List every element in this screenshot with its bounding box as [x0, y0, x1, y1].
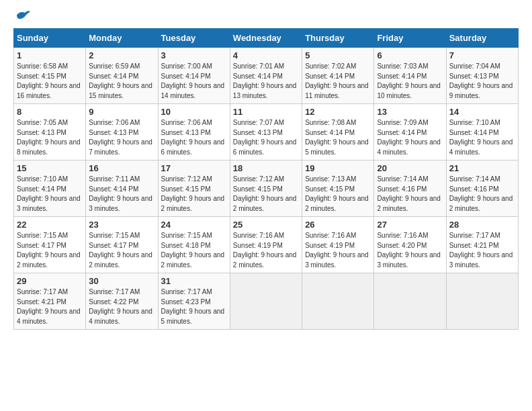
- day-number: 30: [89, 276, 154, 286]
- day-cell: [230, 273, 302, 330]
- day-number: 4: [233, 50, 299, 60]
- day-number: 27: [377, 220, 443, 230]
- day-cell: 7 Sunrise: 7:04 AMSunset: 4:13 PMDayligh…: [446, 48, 518, 104]
- day-info: Sunrise: 7:06 AMSunset: 4:13 PMDaylight:…: [161, 119, 225, 156]
- day-number: 22: [17, 220, 83, 230]
- day-cell: 18 Sunrise: 7:12 AMSunset: 4:15 PMDaylig…: [230, 161, 302, 217]
- day-info: Sunrise: 7:02 AMSunset: 4:14 PMDaylight:…: [305, 62, 369, 99]
- week-row-4: 22 Sunrise: 7:15 AMSunset: 4:17 PMDaylig…: [14, 217, 519, 273]
- column-header-tuesday: Tuesday: [158, 29, 230, 48]
- day-number: 5: [305, 50, 371, 60]
- day-number: 28: [449, 220, 515, 230]
- column-header-monday: Monday: [86, 29, 158, 48]
- day-info: Sunrise: 7:14 AMSunset: 4:16 PMDaylight:…: [377, 175, 441, 212]
- week-row-5: 29 Sunrise: 7:17 AMSunset: 4:21 PMDaylig…: [14, 273, 519, 330]
- day-cell: 23 Sunrise: 7:15 AMSunset: 4:17 PMDaylig…: [86, 217, 158, 273]
- day-cell: 25 Sunrise: 7:16 AMSunset: 4:19 PMDaylig…: [230, 217, 302, 273]
- day-number: 21: [449, 163, 515, 173]
- day-cell: 12 Sunrise: 7:08 AMSunset: 4:14 PMDaylig…: [302, 104, 374, 161]
- day-number: 6: [377, 50, 443, 60]
- day-info: Sunrise: 7:17 AMSunset: 4:21 PMDaylight:…: [17, 288, 81, 325]
- day-number: 2: [89, 50, 154, 60]
- day-cell: 29 Sunrise: 7:17 AMSunset: 4:21 PMDaylig…: [14, 273, 86, 330]
- day-cell: 6 Sunrise: 7:03 AMSunset: 4:14 PMDayligh…: [374, 48, 446, 104]
- calendar-header-row: SundayMondayTuesdayWednesdayThursdayFrid…: [14, 29, 519, 48]
- day-info: Sunrise: 7:17 AMSunset: 4:21 PMDaylight:…: [449, 232, 513, 269]
- day-info: Sunrise: 7:00 AMSunset: 4:14 PMDaylight:…: [161, 62, 225, 99]
- day-cell: 19 Sunrise: 7:13 AMSunset: 4:15 PMDaylig…: [302, 161, 374, 217]
- column-header-friday: Friday: [374, 29, 446, 48]
- day-number: 26: [305, 220, 371, 230]
- day-cell: [374, 273, 446, 330]
- day-number: 18: [233, 163, 299, 173]
- day-info: Sunrise: 7:14 AMSunset: 4:16 PMDaylight:…: [449, 175, 513, 212]
- logo: [13, 12, 30, 21]
- day-number: 31: [161, 276, 227, 286]
- day-info: Sunrise: 7:16 AMSunset: 4:19 PMDaylight:…: [233, 232, 297, 269]
- day-cell: 30 Sunrise: 7:17 AMSunset: 4:22 PMDaylig…: [86, 273, 158, 330]
- day-cell: 16 Sunrise: 7:11 AMSunset: 4:14 PMDaylig…: [86, 161, 158, 217]
- day-cell: 15 Sunrise: 7:10 AMSunset: 4:14 PMDaylig…: [14, 161, 86, 217]
- day-info: Sunrise: 7:15 AMSunset: 4:18 PMDaylight:…: [161, 232, 225, 269]
- day-info: Sunrise: 7:05 AMSunset: 4:13 PMDaylight:…: [17, 119, 81, 156]
- day-info: Sunrise: 7:10 AMSunset: 4:14 PMDaylight:…: [17, 175, 81, 212]
- day-cell: 2 Sunrise: 6:59 AMSunset: 4:14 PMDayligh…: [86, 48, 158, 104]
- day-number: 10: [161, 107, 227, 117]
- day-cell: 10 Sunrise: 7:06 AMSunset: 4:13 PMDaylig…: [158, 104, 230, 161]
- day-cell: 11 Sunrise: 7:07 AMSunset: 4:13 PMDaylig…: [230, 104, 302, 161]
- day-cell: 28 Sunrise: 7:17 AMSunset: 4:21 PMDaylig…: [446, 217, 518, 273]
- day-info: Sunrise: 7:09 AMSunset: 4:14 PMDaylight:…: [377, 119, 441, 156]
- day-number: 24: [161, 220, 227, 230]
- day-number: 19: [305, 163, 371, 173]
- calendar-table: SundayMondayTuesdayWednesdayThursdayFrid…: [13, 28, 519, 330]
- day-number: 25: [233, 220, 299, 230]
- logo-bird-icon: [15, 9, 30, 21]
- day-info: Sunrise: 7:06 AMSunset: 4:13 PMDaylight:…: [89, 119, 152, 156]
- day-cell: 17 Sunrise: 7:12 AMSunset: 4:15 PMDaylig…: [158, 161, 230, 217]
- column-header-wednesday: Wednesday: [230, 29, 302, 48]
- day-cell: 27 Sunrise: 7:16 AMSunset: 4:20 PMDaylig…: [374, 217, 446, 273]
- day-cell: 3 Sunrise: 7:00 AMSunset: 4:14 PMDayligh…: [158, 48, 230, 104]
- day-number: 14: [449, 107, 515, 117]
- day-info: Sunrise: 7:03 AMSunset: 4:14 PMDaylight:…: [377, 62, 441, 99]
- day-info: Sunrise: 6:58 AMSunset: 4:15 PMDaylight:…: [17, 62, 81, 99]
- day-number: 15: [17, 163, 83, 173]
- day-number: 1: [17, 50, 83, 60]
- day-info: Sunrise: 7:13 AMSunset: 4:15 PMDaylight:…: [305, 175, 369, 212]
- week-row-1: 1 Sunrise: 6:58 AMSunset: 4:15 PMDayligh…: [14, 48, 519, 104]
- day-cell: 26 Sunrise: 7:16 AMSunset: 4:19 PMDaylig…: [302, 217, 374, 273]
- day-number: 20: [377, 163, 443, 173]
- day-info: Sunrise: 7:17 AMSunset: 4:22 PMDaylight:…: [89, 288, 152, 325]
- day-cell: 8 Sunrise: 7:05 AMSunset: 4:13 PMDayligh…: [14, 104, 86, 161]
- day-number: 11: [233, 107, 299, 117]
- day-cell: 24 Sunrise: 7:15 AMSunset: 4:18 PMDaylig…: [158, 217, 230, 273]
- day-cell: 4 Sunrise: 7:01 AMSunset: 4:14 PMDayligh…: [230, 48, 302, 104]
- day-cell: [446, 273, 518, 330]
- day-cell: 1 Sunrise: 6:58 AMSunset: 4:15 PMDayligh…: [14, 48, 86, 104]
- day-cell: 13 Sunrise: 7:09 AMSunset: 4:14 PMDaylig…: [374, 104, 446, 161]
- day-info: Sunrise: 7:01 AMSunset: 4:14 PMDaylight:…: [233, 62, 297, 99]
- day-info: Sunrise: 7:15 AMSunset: 4:17 PMDaylight:…: [89, 232, 152, 269]
- day-info: Sunrise: 7:16 AMSunset: 4:20 PMDaylight:…: [377, 232, 441, 269]
- day-info: Sunrise: 7:17 AMSunset: 4:23 PMDaylight:…: [161, 288, 225, 325]
- day-info: Sunrise: 7:08 AMSunset: 4:14 PMDaylight:…: [305, 119, 369, 156]
- day-cell: [302, 273, 374, 330]
- day-cell: 22 Sunrise: 7:15 AMSunset: 4:17 PMDaylig…: [14, 217, 86, 273]
- day-info: Sunrise: 7:16 AMSunset: 4:19 PMDaylight:…: [305, 232, 369, 269]
- day-info: Sunrise: 7:12 AMSunset: 4:15 PMDaylight:…: [161, 175, 225, 212]
- day-cell: 9 Sunrise: 7:06 AMSunset: 4:13 PMDayligh…: [86, 104, 158, 161]
- day-cell: 5 Sunrise: 7:02 AMSunset: 4:14 PMDayligh…: [302, 48, 374, 104]
- day-number: 16: [89, 163, 154, 173]
- day-info: Sunrise: 6:59 AMSunset: 4:14 PMDaylight:…: [89, 62, 152, 99]
- day-number: 29: [17, 276, 83, 286]
- day-number: 13: [377, 107, 443, 117]
- day-cell: 21 Sunrise: 7:14 AMSunset: 4:16 PMDaylig…: [446, 161, 518, 217]
- day-info: Sunrise: 7:07 AMSunset: 4:13 PMDaylight:…: [233, 119, 297, 156]
- column-header-sunday: Sunday: [14, 29, 86, 48]
- day-info: Sunrise: 7:15 AMSunset: 4:17 PMDaylight:…: [17, 232, 81, 269]
- day-number: 12: [305, 107, 371, 117]
- day-number: 9: [89, 107, 154, 117]
- week-row-3: 15 Sunrise: 7:10 AMSunset: 4:14 PMDaylig…: [14, 161, 519, 217]
- day-info: Sunrise: 7:11 AMSunset: 4:14 PMDaylight:…: [89, 175, 152, 212]
- day-number: 7: [449, 50, 515, 60]
